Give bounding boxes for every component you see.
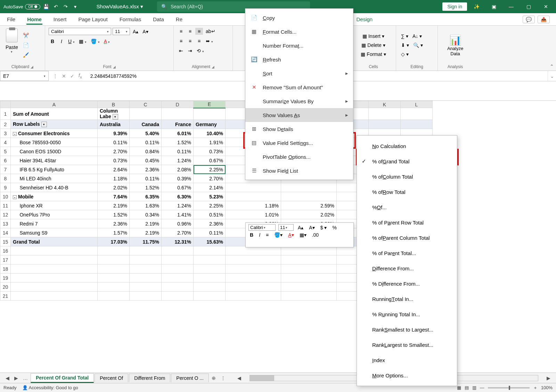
sub-no-calculation[interactable]: No Calculation xyxy=(357,138,457,154)
fbar-dropdown-icon[interactable]: ⋮ xyxy=(53,73,58,79)
collapse-icon[interactable]: - xyxy=(13,132,17,136)
row-5[interactable]: 5 xyxy=(0,147,11,156)
fill-icon[interactable]: ⬇ ▾ xyxy=(400,42,410,49)
cell[interactable]: 1.01% xyxy=(226,210,281,219)
format-cells-button[interactable]: ▦ Format ▾ xyxy=(354,51,392,58)
clear-icon[interactable]: ◇ ▾ xyxy=(400,51,410,58)
sub-pct-grand-total[interactable]: ✓% of Grand Total xyxy=(357,154,457,169)
row-12[interactable]: 12 xyxy=(0,210,11,219)
row-13[interactable]: 13 xyxy=(0,219,11,228)
mini-fill-icon[interactable]: 🪣▾ xyxy=(273,232,284,238)
filename[interactable]: ShowValueAs.xlsx ▾ xyxy=(97,3,143,10)
row-7[interactable]: 7 xyxy=(0,165,11,174)
cell[interactable]: 10.40% xyxy=(194,129,226,138)
cell[interactable]: 2.70% xyxy=(162,228,194,237)
cell[interactable]: 1.57% xyxy=(98,228,130,237)
cell[interactable]: 0.11% xyxy=(98,138,130,147)
sub-difference-from[interactable]: Difference From... xyxy=(357,261,457,276)
mini-currency-icon[interactable]: $ ▾ xyxy=(319,225,328,230)
cell[interactable]: 0.11% xyxy=(130,138,162,147)
sub-pct-of[interactable]: % Of... xyxy=(357,199,457,215)
ctx-refresh[interactable]: 🔄Refresh xyxy=(245,52,353,66)
cell[interactable]: 0.67% xyxy=(194,156,226,165)
mini-align-icon[interactable]: ≡ xyxy=(264,232,270,238)
sub-pct-difference-from[interactable]: % Difference From... xyxy=(357,276,457,291)
zoom-level[interactable]: 100% xyxy=(541,385,553,390)
close-icon[interactable]: ✕ xyxy=(538,0,554,13)
wrap-text-icon[interactable]: ab↵ xyxy=(204,28,217,35)
pivot-row-label[interactable]: Samsung S9 xyxy=(11,228,98,237)
ctx-value-field-settings[interactable]: ▤Value Field Settings... xyxy=(245,136,353,150)
cell[interactable]: 6.01% xyxy=(162,129,194,138)
fill-color-button[interactable]: 🪣 ▾ xyxy=(89,38,101,45)
share-button[interactable]: 📤 xyxy=(538,16,550,23)
tab-page-layout[interactable]: Page Layout xyxy=(77,14,108,24)
cell[interactable]: 9.39% xyxy=(98,129,130,138)
view-page-layout-icon[interactable]: ▤ xyxy=(465,385,469,390)
cell[interactable]: 1.52% xyxy=(98,210,130,219)
sheet-tab-3[interactable]: Different From xyxy=(129,374,170,382)
collapse-ribbon-icon[interactable]: ⌃ xyxy=(550,64,554,69)
col-B[interactable]: B xyxy=(98,101,130,108)
row-14[interactable]: 14 xyxy=(0,228,11,237)
cancel-icon[interactable]: ✕ xyxy=(62,73,66,79)
sub-index[interactable]: Index xyxy=(357,352,457,368)
cell[interactable]: 1.63% xyxy=(130,201,162,210)
row-4[interactable]: 4 xyxy=(0,138,11,147)
row-filter-icon[interactable]: ▾ xyxy=(41,122,47,127)
col-K[interactable]: K xyxy=(369,101,401,108)
font-launcher-icon[interactable]: ◢ xyxy=(113,65,116,69)
align-bottom-icon[interactable]: ≡ xyxy=(195,28,203,35)
col-D[interactable]: D xyxy=(162,101,194,108)
merge-icon[interactable]: ⬌ ▾ xyxy=(204,38,214,44)
ctx-summarize[interactable]: Summarize Values By▸ xyxy=(245,94,353,108)
italic-button[interactable]: I xyxy=(58,38,65,45)
cell[interactable]: 1.24% xyxy=(162,156,194,165)
new-sheet-icon[interactable]: ⊕ xyxy=(210,375,218,381)
sub-pct-parent-column[interactable]: % of Parent Column Total xyxy=(357,230,457,245)
tab-review[interactable]: Re xyxy=(175,14,183,24)
sub-more-options[interactable]: More Options... xyxy=(357,368,457,383)
ctx-copy[interactable]: 📄Copy xyxy=(245,11,353,25)
cell[interactable]: 2.36% xyxy=(98,219,130,228)
tab-data[interactable]: Data xyxy=(152,14,165,24)
sub-rank-largest[interactable]: Rank Largest to Smallest... xyxy=(357,337,457,352)
ctx-number-format[interactable]: Number Format... xyxy=(245,39,353,52)
pivot-row-label[interactable]: Mi LED 40inch xyxy=(11,174,98,183)
cell[interactable]: 0.11% xyxy=(194,228,226,237)
sub-rank-smallest[interactable]: Rank Smallest to Largest... xyxy=(357,322,457,337)
autosum-icon[interactable]: ∑ ▾ xyxy=(400,33,410,40)
pivot-row-label[interactable]: Bose 785593-0050 xyxy=(11,138,98,147)
mini-grow-font-icon[interactable]: A▴ xyxy=(296,225,305,230)
zoom-in-icon[interactable]: ＋ xyxy=(533,385,538,391)
cell[interactable]: 0.84% xyxy=(130,147,162,156)
row-9[interactable]: 9 xyxy=(0,183,11,192)
cell[interactable]: 17.03% xyxy=(98,237,130,246)
cut-icon[interactable]: ✂️ xyxy=(22,32,30,39)
tab-home[interactable]: Home xyxy=(26,14,42,25)
cell[interactable]: 5.23% xyxy=(194,192,226,201)
cell[interactable]: 1.41% xyxy=(162,210,194,219)
orientation-icon[interactable]: ⟲ ▾ xyxy=(195,47,205,54)
mini-border-icon[interactable]: ▦▾ xyxy=(298,232,308,238)
cell[interactable]: 2.70% xyxy=(98,147,130,156)
ctx-format-cells[interactable]: ▦Format Cells... xyxy=(245,25,353,39)
pivot-row-label[interactable]: -Consumer Electronics xyxy=(11,129,98,138)
sign-in-button[interactable]: Sign in xyxy=(442,2,467,11)
bold-button[interactable]: B xyxy=(49,38,56,45)
cell[interactable]: 2.36% xyxy=(194,219,226,228)
align-top-icon[interactable]: ≡ xyxy=(177,28,185,35)
expand-formula-icon[interactable]: ⌄ xyxy=(548,71,556,81)
cell[interactable]: 0.45% xyxy=(130,156,162,165)
cell[interactable]: 6.35% xyxy=(130,192,162,201)
col-A[interactable]: A xyxy=(11,101,98,108)
insert-cells-button[interactable]: ▦ Insert ▾ xyxy=(354,33,392,40)
ctx-remove[interactable]: ✕Remove "Sum of Amount" xyxy=(245,80,353,94)
cell[interactable] xyxy=(226,183,281,192)
qat-more-icon[interactable]: ▾ xyxy=(72,3,79,10)
pivot-row-label[interactable]: Iphone XR xyxy=(11,201,98,210)
mini-percent-icon[interactable]: % xyxy=(331,225,338,230)
cell[interactable]: 2.64% xyxy=(98,165,130,174)
row-2[interactable]: 2 xyxy=(0,120,11,129)
cell[interactable]: 1.24% xyxy=(162,201,194,210)
